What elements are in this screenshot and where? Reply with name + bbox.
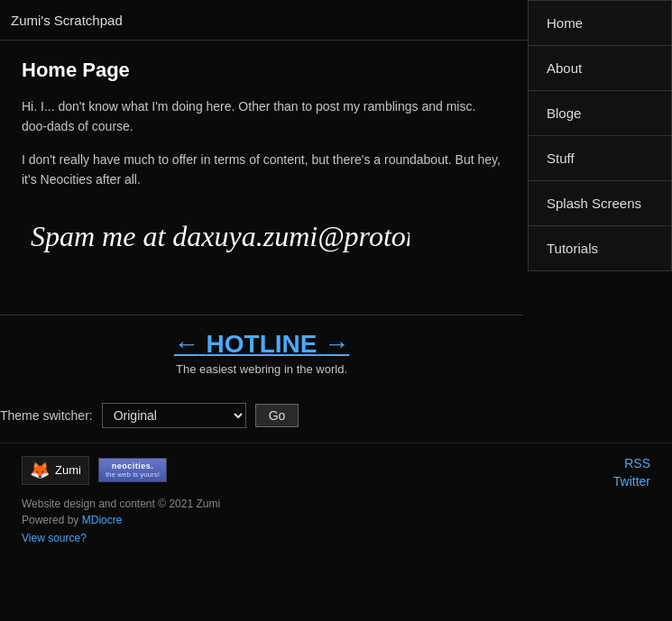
theme-label: Theme switcher: <box>0 408 93 423</box>
view-source-link[interactable]: View source? <box>22 532 87 544</box>
nav-menu: HomeAboutBlogeStuffSplash ScreensTutoria… <box>528 0 672 271</box>
zumi-icon: 🦊 <box>30 461 50 480</box>
nav-item-about[interactable]: About <box>529 46 671 91</box>
zumi-badge-label: Zumi <box>55 463 81 477</box>
intro-text: Hi. I... don't know what I'm doing here.… <box>22 96 502 137</box>
content-divider <box>0 315 523 315</box>
hotline-link[interactable]: ← HOTLINE → <box>0 330 523 359</box>
zumi-badge: 🦊 Zumi <box>22 456 89 485</box>
neocities-top-text: neocities. <box>112 461 154 470</box>
email-handwritten-svg: Spam me at daxuya.zumi@protonmail.com <box>22 208 410 258</box>
nav-item-stuff[interactable]: Stuff <box>529 136 671 181</box>
hotline-text: HOTLINE <box>207 330 318 358</box>
hotline-description: The easiest webring in the world. <box>0 362 523 376</box>
page-heading: Home Page <box>22 59 502 82</box>
nav-item-home[interactable]: Home <box>529 1 671 46</box>
hotline-arrow-left: ← <box>174 330 199 358</box>
theme-select[interactable]: OriginalDarkLightHigh Contrast <box>102 403 246 428</box>
footer-links: RSS Twitter <box>613 456 650 489</box>
footer-copyright: Website design and content © 2021 Zumi <box>22 498 650 510</box>
theme-switcher-row: Theme switcher: OriginalDarkLightHigh Co… <box>0 403 523 443</box>
footer: 🦊 Zumi neocities. the web is yours! RSS … <box>0 443 672 557</box>
rss-link[interactable]: RSS <box>624 456 650 470</box>
main-content: Home Page Hi. I... don't know what I'm d… <box>0 41 523 297</box>
svg-text:Spam me at  daxuya.zumi@proton: Spam me at daxuya.zumi@protonmail.com <box>31 220 410 252</box>
twitter-link[interactable]: Twitter <box>613 474 650 489</box>
hotline-arrow-right: → <box>324 330 349 358</box>
mdiocre-link[interactable]: MDiocre <box>82 514 123 526</box>
nav-item-bloge[interactable]: Bloge <box>529 91 671 136</box>
nav-item-splash-screens[interactable]: Splash Screens <box>529 181 671 226</box>
powered-by-label: Powered by <box>22 514 78 526</box>
nav-item-tutorials[interactable]: Tutorials <box>529 226 671 270</box>
roundabout-text: I don't really have much to offer in ter… <box>22 150 502 190</box>
hotline-container: ← HOTLINE → The easiest webring in the w… <box>0 330 523 376</box>
go-button[interactable]: Go <box>255 404 299 427</box>
footer-top: 🦊 Zumi neocities. the web is yours! RSS … <box>22 456 650 489</box>
footer-badges: 🦊 Zumi neocities. the web is yours! <box>22 456 167 485</box>
email-display: Spam me at daxuya.zumi@protonmail.com <box>22 208 502 260</box>
footer-powered: Powered by MDiocre <box>22 514 650 526</box>
neocities-bottom-text: the web is yours! <box>106 470 160 479</box>
neocities-badge: neocities. the web is yours! <box>98 458 167 482</box>
site-title: Zumi's Scratchpad <box>11 13 123 28</box>
